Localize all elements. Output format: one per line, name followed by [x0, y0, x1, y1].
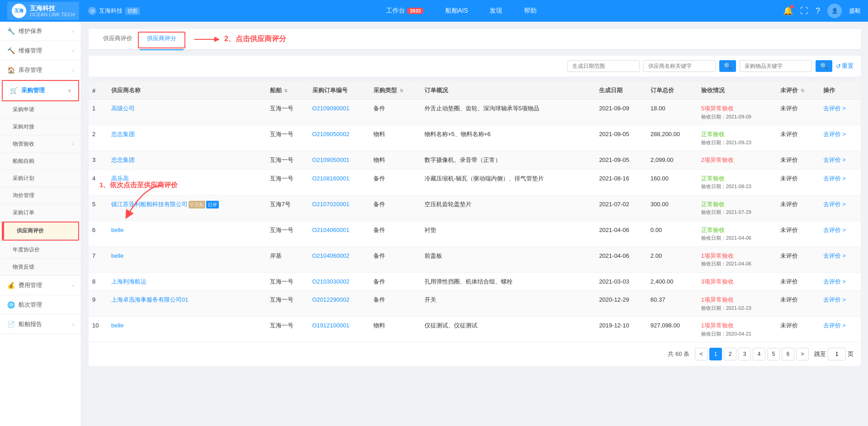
supplier-link[interactable]: 上海卓迅海事服务有限公司01 [111, 296, 188, 303]
sidebar-item-purchase-plan[interactable]: 采购计划 [0, 170, 81, 187]
prev-page-btn[interactable]: < [695, 348, 708, 360]
sidebar-item-inventory[interactable]: 🏠 库存管理 › [0, 61, 81, 80]
supplier-link[interactable]: 上海利海航运 [111, 278, 146, 285]
reset-btn[interactable]: ↺ 重置 [836, 62, 854, 70]
supplier-link[interactable]: 高乐高 [111, 175, 129, 182]
supplier-search-btn[interactable]: 🔍 [719, 60, 736, 72]
refresh-icon[interactable]: ↺ [88, 7, 96, 15]
order-link[interactable]: O1912100001 [312, 322, 349, 329]
cell-order-no: O2012290002 [309, 291, 370, 317]
sidebar-item-purchase-match[interactable]: 采购对接 [0, 118, 81, 136]
sidebar-item-purchase-order[interactable]: 采购订单 [0, 204, 81, 222]
nav-help[interactable]: 帮助 [520, 5, 540, 17]
supplier-keyword-input[interactable] [643, 60, 716, 72]
order-link[interactable]: O2109090001 [312, 105, 349, 112]
cell-acceptance: 2项异常验收 [698, 151, 777, 170]
order-link[interactable]: O2109050001 [312, 156, 349, 163]
cell-supplier: 高级公司 [108, 99, 266, 125]
cell-order-no: O2109050002 [309, 125, 370, 151]
nav-workbench[interactable]: 工作台 3933 [382, 5, 427, 17]
supplier-link[interactable]: 高级公司 [111, 105, 135, 112]
order-link[interactable]: O2107020001 [312, 201, 349, 208]
cell-date: 2021-08-16 [595, 169, 647, 195]
cell-date: 2021-03-03 [595, 272, 647, 291]
go-rate-link[interactable]: 去评价 > [823, 252, 846, 259]
go-rate-link[interactable]: 去评价 > [823, 322, 846, 329]
page-6-btn[interactable]: 6 [782, 348, 794, 360]
supplier-link[interactable]: belle [111, 322, 123, 329]
help-btn[interactable]: ? [816, 6, 820, 16]
sidebar-item-repair[interactable]: 🔨 维修管理 › [0, 41, 81, 61]
sidebar-item-material-feedback[interactable]: 物资反馈 [0, 259, 81, 276]
sidebar-item-supplier-eval[interactable]: 供应商评价 [3, 222, 78, 240]
go-rate-link[interactable]: 去评价 > [823, 201, 846, 208]
tab-supplier-score[interactable]: 供应商评分 [140, 29, 184, 50]
cell-type: 备件 [370, 195, 421, 221]
score-tag: 已评 [206, 201, 219, 208]
go-rate-link[interactable]: 去评价 > [823, 156, 846, 163]
sidebar-item-ship-buy[interactable]: 船舶自购 [0, 153, 81, 170]
order-link[interactable]: O2108160001 [312, 175, 349, 182]
go-rate-link[interactable]: 去评价 > [823, 227, 846, 233]
user-name: 盛毅 [849, 7, 861, 15]
page-5-btn[interactable]: 5 [767, 348, 780, 360]
avatar[interactable]: 👤 [827, 4, 842, 18]
sidebar-item-voyage[interactable]: 🌐 航次管理 [0, 295, 81, 315]
next-page-btn[interactable]: > [796, 348, 809, 360]
go-rate-link[interactable]: 去评价 > [823, 105, 846, 112]
cell-acceptance: 1项异常验收 验收日期：2020-04-21 [698, 317, 777, 342]
page-1-btn[interactable]: 1 [709, 348, 722, 360]
order-link[interactable]: O2109050002 [312, 131, 349, 137]
cell-ship: 互海一号 [266, 125, 309, 151]
inventory-icon: 🏠 [7, 66, 15, 74]
supplier-link[interactable]: belle [111, 252, 123, 259]
go-rate-link[interactable]: 去评价 > [823, 175, 846, 182]
repair-icon: 🔨 [7, 47, 15, 54]
col-unrated: 未评价 ⇅ [777, 82, 820, 99]
nav-discover[interactable]: 发现 [486, 5, 506, 17]
unrated-sort-icon[interactable]: ⇅ [801, 88, 804, 93]
sidebar-item-purchase[interactable]: 🛒 采购管理 ∨ [3, 81, 78, 100]
sidebar-item-maintenance[interactable]: 🔧 维护保养 › [0, 22, 81, 41]
supplier-link[interactable]: 镇江苏亚利船舶科技有限公司 [111, 201, 188, 208]
page-suffix: 页 [848, 350, 854, 358]
jump-input[interactable] [828, 348, 846, 360]
supplier-link[interactable]: 忠志集团 [111, 131, 135, 137]
go-rate-link[interactable]: 去评价 > [823, 131, 846, 137]
ship-sort-icon[interactable]: ⇅ [284, 88, 288, 93]
go-rate-link[interactable]: 去评价 > [823, 278, 846, 285]
acceptance-status: 1项异常验收 [701, 296, 734, 303]
cell-type: 备件 [370, 291, 421, 317]
cell-action: 去评价 > [820, 99, 861, 125]
sidebar-item-report[interactable]: 📄 船舶报告 › [0, 315, 81, 334]
sidebar-item-cost[interactable]: 💰 费用管理 › [0, 276, 81, 295]
cell-total: 300.00 [647, 195, 698, 221]
date-range-input[interactable] [567, 60, 640, 72]
cell-action: 去评价 > [820, 317, 861, 342]
go-rate-link[interactable]: 去评价 > [823, 296, 846, 303]
supplier-link[interactable]: belle [111, 227, 123, 233]
order-link[interactable]: O2103030002 [312, 278, 349, 285]
page-3-btn[interactable]: 3 [738, 348, 751, 360]
goods-search-btn[interactable]: 🔍 [816, 60, 832, 72]
nav-ais[interactable]: 船舶AIS [442, 5, 472, 17]
sidebar-item-material-receive[interactable]: 物资验收 › [0, 136, 81, 153]
sidebar-item-annual[interactable]: 年度协议价 [0, 241, 81, 259]
goods-keyword-input[interactable] [740, 60, 812, 72]
order-link[interactable]: O2012290002 [312, 296, 349, 303]
cell-date: 2021-04-06 [595, 221, 647, 246]
type-sort-icon[interactable]: ⇅ [400, 88, 403, 93]
fullscreen-btn[interactable]: ⛶ [800, 6, 808, 16]
page-2-btn[interactable]: 2 [724, 348, 736, 360]
order-link[interactable]: O2104060002 [312, 252, 349, 259]
tab-supplier-eval[interactable]: 供应商评价 [96, 29, 140, 49]
order-link[interactable]: O2104060001 [312, 227, 349, 233]
cell-no: 6 [89, 221, 108, 246]
sidebar-item-purchase-apply[interactable]: 采购申请 [0, 101, 81, 118]
notification-btn[interactable]: 🔔 [783, 6, 793, 16]
logo-area[interactable]: 互海 互海科技 OCEAN LINK TECH [7, 2, 79, 20]
cell-order-no: O2108160001 [309, 169, 370, 195]
sidebar-item-inquiry[interactable]: 询价管理 [0, 187, 81, 204]
page-4-btn[interactable]: 4 [753, 348, 765, 360]
supplier-link[interactable]: 忠忠集团 [111, 156, 135, 163]
